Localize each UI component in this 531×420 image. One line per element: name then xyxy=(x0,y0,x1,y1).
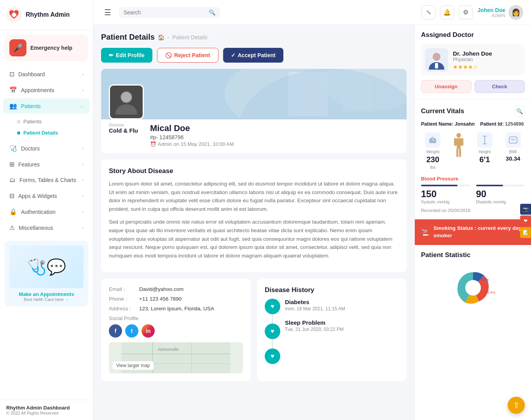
edit-profile-button[interactable]: ✏ Edit Profile xyxy=(101,48,152,63)
search-input[interactable] xyxy=(124,9,206,16)
svg-text:25.6%: 25.6% xyxy=(486,290,496,294)
breadcrumb-home[interactable]: 🏠 xyxy=(158,34,164,40)
sidebar-item-features[interactable]: ⊞Features › xyxy=(3,157,90,172)
content: Patient Details 🏠 - Patient Details ✏ Ed… xyxy=(93,25,531,420)
disease-history: Disease History ♥ ♥ ♥ Dia xyxy=(257,278,407,381)
check-button[interactable]: Check xyxy=(475,80,525,93)
notification-icon[interactable]: 🔔 xyxy=(440,5,454,19)
bp-title: Blood Pressure xyxy=(421,176,525,182)
sidebar-item-apps[interactable]: ⊟Apps & Widgets › xyxy=(3,188,90,203)
patient-avatar xyxy=(109,84,144,119)
search-icon: 🔍 xyxy=(209,9,215,16)
search-box: 🔍 xyxy=(119,7,220,18)
sidebar-item-forms[interactable]: 🗂Forms, Tables & Charts › xyxy=(3,173,90,187)
timeline-icon-2: ♥ xyxy=(265,348,280,364)
camera-icon[interactable]: 📷 xyxy=(520,204,531,215)
topbar-right: ⤡ 🔔 ⚙ Johen Doe ADMIN 👩 xyxy=(421,5,523,20)
view-larger-map-button[interactable]: View larger map xyxy=(112,361,154,370)
doctor-avatar xyxy=(425,48,448,72)
vitals-measurements: Weight 230 lbs xyxy=(421,132,525,170)
height-icon xyxy=(477,132,493,148)
vital-bmi: BMI 30.34 xyxy=(501,132,525,161)
svg-point-10 xyxy=(121,92,131,102)
vitals-patient-info: Patient Name: Jonsahn Patient Id: 125489… xyxy=(421,121,525,127)
sidebar-item-misc[interactable]: ⚠Miscellaneous › xyxy=(3,220,90,235)
svg-text:8.7%: 8.7% xyxy=(481,278,489,282)
phone-row: Phone : +11 123 456 7890 xyxy=(109,296,243,302)
promo-subtitle[interactable]: Best Helth Care here → xyxy=(9,297,84,302)
reject-icon: 🚫 xyxy=(165,52,172,58)
sidebar-footer: Rhythm Admin Dashboard © 2022 All Rights… xyxy=(0,400,93,420)
sidebar: Rhythm Admin 🎤 Emergency help ⊡Dashboard… xyxy=(0,0,93,420)
main-area: ☰ 🔍 ⤡ 🔔 ⚙ Johen Doe ADMIN 👩 xyxy=(93,0,531,420)
smoking-icon: 🚬 xyxy=(421,228,430,236)
emergency-label: Emergency help xyxy=(30,44,72,51)
human-figure xyxy=(449,132,468,159)
accept-patient-button[interactable]: ✓ Accept Patient xyxy=(223,48,283,63)
svg-rect-28 xyxy=(459,149,461,157)
doctor-card: Dr. Johen Doe Physician ★★★★☆ xyxy=(421,44,525,75)
settings-icon[interactable]: ⚙ xyxy=(459,5,473,19)
heart-icon[interactable]: ❤ xyxy=(520,215,531,226)
breadcrumb: Patient Details 🏠 - Patient Details xyxy=(101,33,407,42)
sidebar-item-dashboard[interactable]: ⊡Dashboard › xyxy=(3,66,90,82)
sidebar-sub-patients[interactable]: Patients xyxy=(0,116,93,127)
svg-rect-21 xyxy=(429,138,436,143)
user-name: Johen Doe xyxy=(477,7,505,13)
vitals-recorded: Recorded on 25/05/2018 xyxy=(421,208,525,213)
accept-icon: ✓ xyxy=(231,52,236,58)
smoking-status-section: 🚬 Smoking Status : current every day smo… xyxy=(415,219,531,245)
doctor-info: Dr. Johen Doe Physician ★★★★☆ xyxy=(453,50,492,70)
svg-rect-7 xyxy=(342,77,372,112)
svg-rect-27 xyxy=(456,149,458,157)
svg-rect-25 xyxy=(454,138,457,146)
instagram-icon[interactable]: in xyxy=(141,324,155,338)
timeline-icon-1: ♥ xyxy=(265,324,280,339)
doctor-actions: Unassign Check xyxy=(421,80,525,93)
expand-icon[interactable]: ⤡ xyxy=(421,5,435,19)
svg-point-20 xyxy=(433,53,440,60)
user-info: Johen Doe ADMIN 👩 xyxy=(477,5,523,20)
sidebar-item-doctors[interactable]: 🩺Doctors › xyxy=(3,141,90,156)
patient-cover xyxy=(101,69,407,119)
vitals-search-icon[interactable]: 🔍 xyxy=(514,106,525,117)
doctor-stars: ★★★★☆ xyxy=(453,64,492,70)
facebook-icon[interactable]: f xyxy=(109,324,122,338)
doctor-name: Dr. Johen Doe xyxy=(453,50,492,57)
assigned-doctor-title: Assigned Doctor xyxy=(421,31,525,39)
note-icon[interactable]: 📝 xyxy=(520,227,531,238)
hamburger-button[interactable]: ☰ xyxy=(101,6,114,19)
sidebar-sub-patient-details[interactable]: Patient Details xyxy=(0,127,93,138)
statistic-chart: 8.7% 25.6% 9.9% xyxy=(421,264,525,311)
svg-rect-19 xyxy=(435,63,438,68)
bp-bars: 150 Systolic mmHg 90 Diastolic mmHg xyxy=(421,185,525,204)
bp-diastolic: 90 Diastolic mmHg xyxy=(476,185,525,204)
timeline-icons: ♥ ♥ ♥ xyxy=(265,299,280,364)
twitter-icon[interactable]: t xyxy=(125,324,138,338)
breadcrumb-current: Patient Details xyxy=(173,34,208,40)
svg-point-5 xyxy=(323,69,407,111)
svg-rect-3 xyxy=(101,69,407,119)
vitals-patient-id-label: Patient Id: xyxy=(480,121,503,127)
address-row: Address : 123, Lorem Ipsum, Florida, USA xyxy=(109,306,243,312)
weight-icon xyxy=(425,132,440,148)
height-label: Height xyxy=(479,149,491,154)
reject-patient-button[interactable]: 🚫 Reject Patient xyxy=(157,48,218,63)
sidebar-item-auth[interactable]: 🔒Authentication › xyxy=(3,204,90,219)
sidebar-item-appointments[interactable]: 📅Appointments › xyxy=(3,82,90,98)
right-panel: Assigned Doctor Dr. J xyxy=(414,25,531,420)
weight-unit: lbs xyxy=(430,165,435,170)
story-title: Story About Disease xyxy=(109,167,399,175)
contact-section: Email : David@yahoo.com Phone : +11 123 … xyxy=(101,278,251,381)
timeline-content: Diabetes mon, 18 Mar 2021, 11:15 AM Slee… xyxy=(285,299,345,364)
story-section: Story About Disease Lorem ipsum dolor si… xyxy=(101,159,407,272)
sidebar-item-patients[interactable]: 👥Patients ⌄ xyxy=(3,98,90,114)
unassign-button[interactable]: Unassign xyxy=(421,80,472,93)
svg-text:9.9%: 9.9% xyxy=(465,300,473,304)
emergency-help[interactable]: 🎤 Emergency help xyxy=(5,35,88,61)
sidebar-patients-submenu: Patients Patient Details xyxy=(0,114,93,140)
fab-button[interactable]: ⇧ xyxy=(508,397,525,414)
timeline-item-1: Sleep Problem Tue, 21 Jun 2020, 03:22 PM xyxy=(285,319,345,332)
sidebar-nav: ⊡Dashboard › 📅Appointments › 👥Patients ⌄… xyxy=(0,66,93,236)
emergency-icon: 🎤 xyxy=(9,39,26,56)
